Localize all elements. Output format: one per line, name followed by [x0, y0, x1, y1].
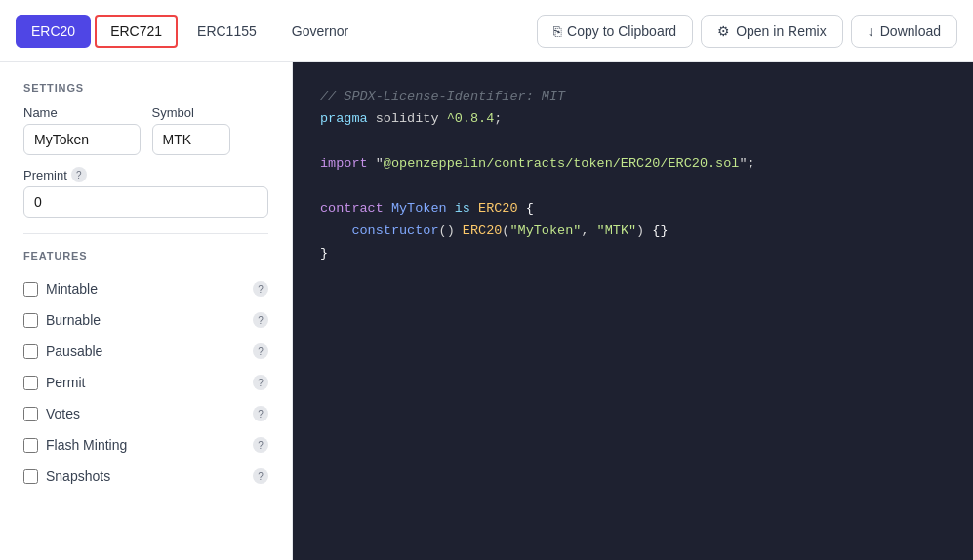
features-section: FEATURES Mintable ? Burnable ? Pausabl: [23, 250, 268, 492]
tab-erc20[interactable]: ERC20: [16, 15, 91, 48]
feature-permit: Permit ?: [23, 367, 268, 398]
code-panel: // SPDX-License-Identifier: MIT pragma s…: [293, 62, 973, 560]
permit-help-icon[interactable]: ?: [253, 375, 268, 390]
code-line-6: contract MyToken is ERC20 {: [320, 198, 946, 220]
name-label: Name: [23, 105, 141, 120]
premint-input[interactable]: [23, 186, 268, 218]
premint-label: Premint: [23, 168, 67, 182]
tab-erc1155[interactable]: ERC1155: [182, 15, 272, 48]
main-layout: SETTINGS Name Symbol Premint ? FEATURES: [0, 62, 973, 560]
flash-minting-checkbox[interactable]: [23, 438, 38, 453]
download-icon: ↓: [868, 23, 874, 39]
code-line-2: pragma solidity ^0.8.4;: [320, 108, 946, 131]
symbol-input[interactable]: [152, 124, 230, 155]
pausable-label: Pausable: [46, 343, 102, 359]
feature-flash-minting: Flash Minting ?: [23, 429, 268, 460]
mintable-help-icon[interactable]: ?: [253, 281, 268, 297]
copy-icon: ⎘: [553, 23, 561, 39]
tab-governor[interactable]: Governor: [276, 15, 364, 48]
symbol-label: Symbol: [152, 105, 269, 120]
header: ERC20 ERC721 ERC1155 Governor ⎘ Copy to …: [0, 0, 973, 62]
votes-label: Votes: [46, 406, 80, 421]
snapshots-label: Snapshots: [46, 468, 110, 484]
name-input[interactable]: [23, 124, 141, 155]
snapshots-checkbox[interactable]: [23, 469, 38, 484]
open-in-remix-button[interactable]: ⚙ Open in Remix: [701, 15, 843, 48]
name-symbol-row: Name Symbol: [23, 105, 268, 155]
download-button[interactable]: ↓ Download: [851, 15, 957, 48]
premint-header: Premint ?: [23, 167, 268, 182]
snapshots-help-icon[interactable]: ?: [253, 468, 268, 484]
premint-help-icon[interactable]: ?: [71, 167, 87, 182]
permit-checkbox[interactable]: [23, 376, 38, 390]
settings-section-label: SETTINGS: [23, 82, 268, 94]
copy-to-clipboard-button[interactable]: ⎘ Copy to Clipboard: [537, 15, 693, 48]
feature-mintable: Mintable ?: [23, 273, 268, 304]
code-line-1: // SPDX-License-Identifier: MIT: [320, 86, 946, 108]
permit-label: Permit: [46, 375, 85, 390]
features-section-label: FEATURES: [23, 250, 268, 261]
feature-snapshots: Snapshots ?: [23, 460, 268, 492]
burnable-label: Burnable: [46, 312, 101, 328]
name-group: Name: [23, 105, 141, 155]
feature-burnable: Burnable ?: [23, 304, 268, 336]
symbol-group: Symbol: [152, 105, 269, 155]
votes-help-icon[interactable]: ?: [253, 406, 268, 421]
pausable-checkbox[interactable]: [23, 344, 38, 359]
sidebar: SETTINGS Name Symbol Premint ? FEATURES: [0, 62, 293, 560]
burnable-help-icon[interactable]: ?: [253, 312, 268, 328]
mintable-label: Mintable: [46, 281, 98, 297]
code-line-5: [320, 176, 946, 198]
tab-erc721[interactable]: ERC721: [95, 15, 178, 48]
premint-group: Premint ?: [23, 167, 268, 218]
code-line-8: }: [320, 243, 946, 265]
votes-checkbox[interactable]: [23, 407, 38, 421]
settings-divider: [23, 233, 268, 234]
pausable-help-icon[interactable]: ?: [253, 343, 268, 359]
nav-tabs: ERC20 ERC721 ERC1155 Governor: [16, 15, 533, 48]
feature-pausable: Pausable ?: [23, 336, 268, 367]
code-line-4: import "@openzeppelin/contracts/token/ER…: [320, 153, 946, 176]
burnable-checkbox[interactable]: [23, 313, 38, 328]
feature-votes: Votes ?: [23, 398, 268, 429]
code-line-7: constructor() ERC20("MyToken", "MTK") {}: [320, 220, 946, 243]
remix-icon: ⚙: [717, 23, 730, 39]
flash-minting-help-icon[interactable]: ?: [253, 437, 268, 453]
flash-minting-label: Flash Minting: [46, 437, 127, 453]
header-actions: ⎘ Copy to Clipboard ⚙ Open in Remix ↓ Do…: [537, 15, 957, 48]
mintable-checkbox[interactable]: [23, 282, 38, 297]
code-line-3: [320, 131, 946, 153]
